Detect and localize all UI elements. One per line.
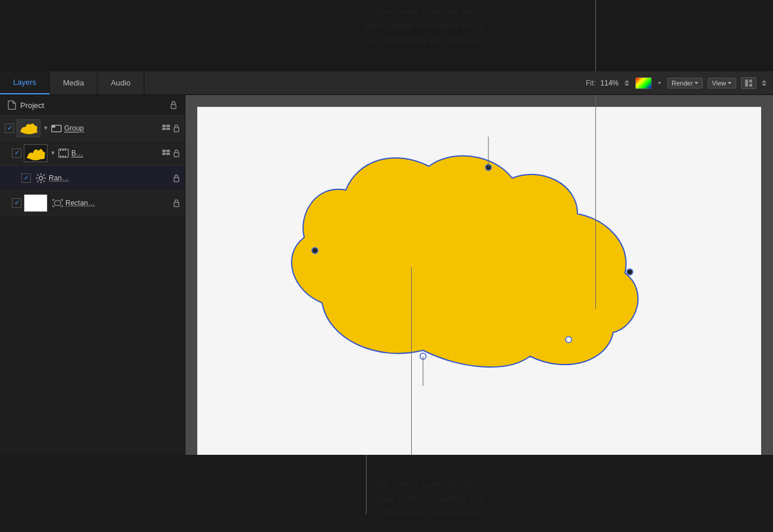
svg-rect-10 [174, 128, 179, 132]
project-label: Project [20, 101, 44, 110]
fit-stepper-icon[interactable] [623, 78, 630, 88]
tab-audio[interactable]: Audio [97, 71, 144, 94]
canvas-inner [197, 107, 761, 473]
rect-layer-icon [52, 198, 63, 208]
layer-lock-icon-b [173, 149, 180, 157]
layer-thumb-rect [24, 194, 48, 212]
layer-arrow-group[interactable]: ▼ [43, 125, 49, 131]
layer-lock-icon-ran [173, 174, 180, 182]
color-picker-button[interactable] [635, 77, 652, 89]
annotation-bottom-text: The control point with the white center … [374, 477, 483, 520]
layer-checkbox-b[interactable] [12, 148, 21, 158]
svg-rect-8 [162, 128, 166, 130]
film-icon [58, 148, 69, 158]
layer-arrow-b[interactable]: ▼ [50, 150, 56, 156]
layer-extra-ran [173, 174, 180, 182]
svg-rect-22 [174, 153, 179, 157]
svg-rect-13 [62, 149, 64, 151]
tab-layers[interactable]: Layers [0, 71, 50, 94]
layer-extra-rect [173, 199, 180, 207]
fit-value: 114% [601, 79, 619, 87]
annotation-line-bottom [366, 455, 367, 514]
svg-rect-0 [745, 80, 748, 87]
layer-item: ▼ Group [0, 116, 185, 141]
anno-line-canvas-top [595, 95, 596, 309]
svg-rect-26 [174, 202, 179, 207]
project-lock-icon [169, 100, 178, 110]
layer-checkbox-ran[interactable] [21, 173, 31, 183]
svg-rect-25 [55, 201, 61, 205]
blob-shape[interactable] [245, 137, 661, 386]
layer-checkbox-group[interactable] [5, 124, 14, 133]
tab-group: Layers Media Audio [0, 71, 144, 94]
svg-rect-20 [162, 153, 166, 155]
group-icon [51, 124, 62, 133]
project-icon [7, 100, 17, 110]
layout-stepper-icon[interactable] [761, 78, 767, 88]
layer-extra-group [162, 124, 180, 132]
svg-rect-1 [749, 80, 752, 83]
svg-rect-7 [166, 125, 170, 127]
layer-name-group[interactable]: Group [64, 124, 160, 132]
svg-rect-12 [60, 149, 61, 151]
svg-rect-24 [174, 178, 179, 182]
annotation-top-text: The control point with the black center … [365, 5, 484, 48]
canvas-area[interactable]: Randomize Shape [185, 95, 773, 496]
sidebar: Project ▼ Group [0, 95, 185, 496]
svg-rect-21 [166, 153, 170, 155]
svg-rect-19 [166, 150, 170, 152]
layout-button[interactable] [741, 77, 756, 89]
layer-extra-b [162, 149, 180, 157]
layer-item-randomize: Ran… [0, 166, 185, 191]
layer-thumb-b [24, 144, 48, 162]
svg-rect-15 [60, 156, 61, 157]
view-button[interactable]: View [708, 78, 736, 88]
ctrl-point-bottom-right [566, 337, 572, 343]
color-dropdown-icon[interactable] [657, 80, 662, 86]
layer-name-b[interactable]: B… [71, 149, 160, 157]
layer-lock-icon-group [173, 124, 180, 132]
annotation-top-area: The control point with the black center … [0, 0, 773, 71]
svg-rect-6 [162, 125, 166, 127]
layer-lock-icon-rect [173, 199, 180, 207]
top-bar-right: Fit: 114% Render View [586, 77, 773, 89]
svg-rect-17 [65, 156, 66, 157]
svg-rect-18 [162, 150, 166, 152]
layer-checkbox-rect[interactable] [12, 198, 21, 208]
layer-options-icon-b [162, 150, 172, 157]
svg-rect-9 [166, 128, 170, 130]
fit-label: Fit: [586, 79, 596, 87]
annotation-line-top [595, 0, 596, 71]
svg-rect-14 [65, 149, 66, 151]
render-button[interactable]: Render [667, 78, 703, 88]
layer-item-rect: Rectan… [0, 191, 185, 216]
ctrl-point-left [312, 248, 318, 254]
tab-media[interactable]: Media [50, 71, 97, 94]
gear-layer-icon [36, 173, 46, 183]
ctrl-point-right [627, 269, 633, 275]
annotation-bottom-area: The control point with the white center … [0, 455, 773, 532]
top-bar: Layers Media Audio Fit: 114% Render [0, 71, 773, 95]
project-row: Project [0, 95, 185, 116]
svg-rect-5 [52, 125, 55, 128]
svg-point-23 [39, 176, 43, 180]
svg-rect-16 [62, 156, 64, 157]
layer-thumb-group [17, 119, 40, 137]
svg-rect-3 [171, 104, 176, 109]
layer-options-icon-group [162, 125, 172, 132]
layer-name-ran[interactable]: Ran… [49, 174, 171, 182]
layer-name-rect[interactable]: Rectan… [65, 199, 171, 207]
svg-rect-2 [749, 84, 752, 87]
layer-item: ▼ B… [0, 141, 185, 166]
